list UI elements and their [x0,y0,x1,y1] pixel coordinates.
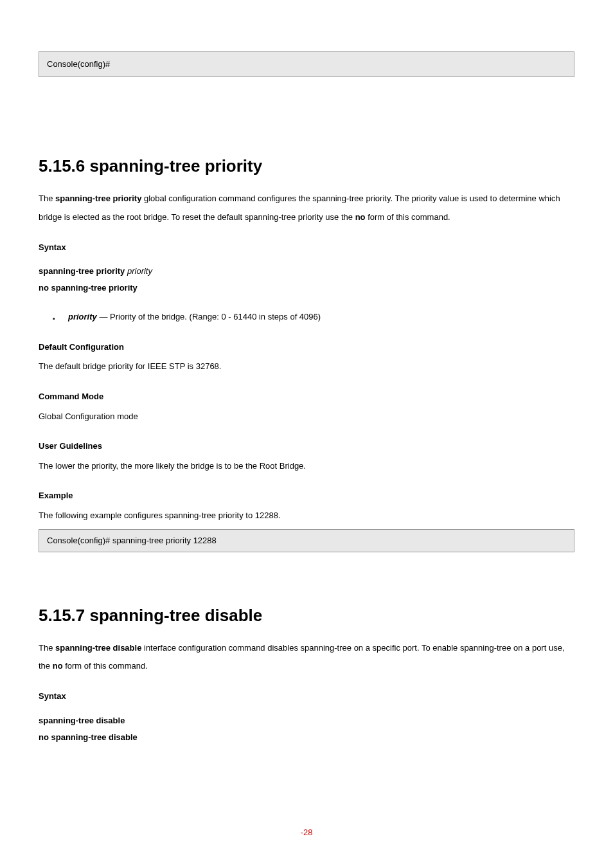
syntax-line-2-2: no spanning-tree disable [39,729,574,746]
example-code-block: Console(config)# spanning-tree priority … [39,529,574,552]
param-name: priority [68,312,97,321]
syntax-heading: Syntax [39,239,574,257]
no-keyword: no [355,212,366,222]
syntax-cmd: spanning-tree priority [39,266,127,276]
syntax-block-2: spanning-tree disable no spanning-tree d… [39,712,574,746]
code-prompt: Console(config)# [47,59,110,69]
guidelines-text: The lower the priority, the more likely … [39,457,574,476]
param-desc: — Priority of the bridge. (Range: 0 - 61… [97,312,321,321]
section1-description: The spanning-tree priority global config… [39,190,574,226]
guidelines-heading: User Guidelines [39,437,574,456]
example-value: 12288 [193,536,217,545]
syntax-block: spanning-tree priority priority no spann… [39,263,574,296]
syntax-heading-2: Syntax [39,687,574,706]
param-item: priority — Priority of the bridge. (Rang… [68,308,574,327]
text: form of this command. [366,212,450,222]
syntax-line-1: spanning-tree priority priority [39,263,574,280]
example-heading: Example [39,487,574,505]
page-number: -28 [0,824,613,842]
no-keyword: no [53,661,63,671]
default-text: The default bridge priority for IEEE STP… [39,357,574,376]
section-title-priority: 5.15.6 spanning-tree priority [39,148,574,185]
syntax-line-2: no spanning-tree priority [39,280,574,296]
text: The [39,643,55,653]
cmd-name: spanning-tree priority [55,194,141,203]
text: The [39,194,55,203]
section2-description: The spanning-tree disable interface conf… [39,639,574,676]
text: form of this command. [63,661,148,671]
code-block-top: Console(config)# [39,51,574,77]
syntax-line-2-1: spanning-tree disable [39,712,574,729]
syntax-param: priority [127,266,152,276]
example-prompt: Console(config)# [47,536,112,545]
example-cmd: spanning-tree priority [112,536,193,545]
section-title-disable: 5.15.7 spanning-tree disable [39,597,574,634]
example-text: The following example configures spannin… [39,507,574,525]
mode-heading: Command Mode [39,388,574,406]
default-heading: Default Configuration [39,338,574,357]
cmd-name: spanning-tree disable [55,643,141,653]
mode-text: Global Configuration mode [39,408,574,426]
param-list: priority — Priority of the bridge. (Rang… [68,308,574,327]
